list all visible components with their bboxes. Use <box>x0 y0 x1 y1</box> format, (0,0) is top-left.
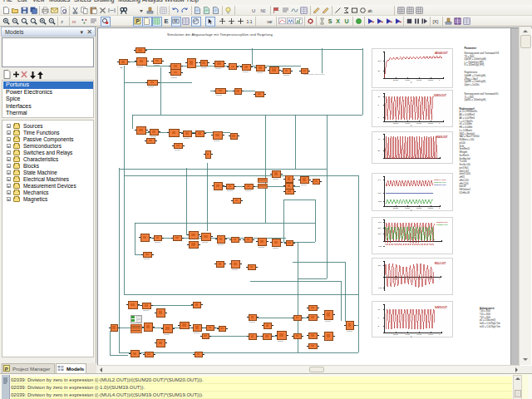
svg-text:600: 600 <box>378 192 382 195</box>
svg-text:~: ~ <box>121 65 123 70</box>
svg-text:1:1: 1:1 <box>247 19 253 24</box>
svg-text:k4m1.007: k4m1.007 <box>460 170 470 173</box>
svg-text:200m: 200m <box>393 122 398 125</box>
svg-text:400: 400 <box>378 221 382 224</box>
svg-text:600m: 600m <box>416 278 421 280</box>
svg-text:100: 100 <box>378 233 382 235</box>
svg-text:Parameter: Parameter <box>465 47 478 50</box>
svg-text:TLe320: TLe320 <box>460 160 468 163</box>
svg-text:800m: 800m <box>428 333 433 336</box>
svg-text:var: var <box>267 20 273 24</box>
svg-text:TK = 300l: TK = 300l <box>465 55 475 58</box>
svg-text:L = 0.7/4m3/s: L = 0.7/4m3/s <box>460 120 474 123</box>
svg-text:ZyklRK = 2.0ml/s(pN): ZyklRK = 2.0ml/s(pN) <box>465 80 486 83</box>
svg-text:200m: 200m <box>393 207 398 209</box>
svg-text:I/ZvHla.08: I/ZvHla.08 <box>460 191 470 195</box>
svg-text:600m: 600m <box>416 122 421 125</box>
svg-text:SvSt: SvSt <box>460 145 465 148</box>
svg-text:z: z <box>61 19 63 24</box>
svg-text:AX = 0.0085m3: AX = 0.0085m3 <box>460 113 475 116</box>
svg-text:M: M <box>174 19 177 23</box>
svg-text:SvvRm10: SvvRm10 <box>460 154 470 157</box>
svg-text:k = 0.08bar/s: k = 0.08bar/s <box>460 129 473 132</box>
svg-text:600m: 600m <box>416 79 421 81</box>
svg-text:uHZ1: uHZ1 <box>460 175 466 179</box>
svg-text:ZyklKL = 100ml/s(pN): ZyklKL = 100ml/s(pN) <box>465 98 486 101</box>
svg-text:800m: 800m <box>428 207 433 209</box>
svg-text:ab: ab <box>367 9 372 13</box>
svg-text:I/HOmilen1: I/HOmilen1 <box>460 188 471 191</box>
svg-text:R = 320ml/s(p) (PK): R = 320ml/s(p) (PK) <box>465 63 485 66</box>
svg-text:L = 700ml/s(p) (PK): L = 700ml/s(p) (PK) <box>465 61 484 64</box>
svg-text:HK = 0.008m: HK = 0.008m <box>460 126 474 129</box>
svg-text:SUMm,k = 100: SUMm,k = 100 <box>460 138 475 141</box>
svg-text:ZyklVK = 100ml/s(pN): ZyklVK = 100ml/s(pN) <box>465 57 486 61</box>
svg-text:m41 = 1.007kg/s*0m: m41 = 1.007kg/s*0m <box>480 325 500 328</box>
svg-text:E: E <box>164 17 168 25</box>
svg-text:800m: 800m <box>428 79 433 81</box>
svg-text:Simulation der Abgasanlage mit: Simulation der Abgasanlage mit Temperatu… <box>167 32 273 37</box>
svg-text:[X]: [X] <box>432 19 438 24</box>
svg-text:SvmRm10: SvmRm10 <box>460 147 470 150</box>
svg-text:bvb.08: bvb.08 <box>460 185 467 188</box>
svg-text:P: P <box>136 18 140 24</box>
svg-text:200m: 200m <box>393 333 398 336</box>
svg-text:MAX4.OUT: MAX4.OUT <box>436 135 448 139</box>
svg-text:-200: -200 <box>378 200 382 203</box>
svg-text:wheel/engine speed ratio: wheel/engine speed ratio <box>303 73 325 75</box>
svg-text:vHvC100: vHvC100 <box>460 182 470 185</box>
svg-text:600m: 600m <box>416 207 421 209</box>
svg-text:U: U <box>345 18 349 24</box>
svg-text:ABGAS.OUT: ABGAS.OUT <box>435 52 448 55</box>
svg-text:400m: 400m <box>405 122 410 125</box>
svg-text:ahm3.1005: ahm3.1005 <box>460 172 471 175</box>
svg-text:400m: 400m <box>405 333 410 336</box>
svg-text:pv100: pv100 <box>460 141 466 145</box>
svg-text:X: X <box>336 18 340 24</box>
svg-text:400m: 400m <box>405 79 410 81</box>
svg-text:SUM20.OUT: SUM20.OUT <box>436 224 448 226</box>
svg-text:P: P <box>5 367 8 372</box>
svg-text:SUM19.OUT: SUM19.OUT <box>435 306 447 309</box>
svg-text:ZyklHK = 2.0ml/s(pN): ZyklHK = 2.0ml/s(pN) <box>465 74 486 77</box>
svg-text:TL = 300l: TL = 300l <box>465 96 475 99</box>
svg-text:pvr3.9la5: pvr3.9la5 <box>460 166 470 170</box>
svg-text:Zykel = 1e20l/s: Zykel = 1e20l/s <box>465 83 480 86</box>
svg-text:U: U <box>252 8 255 13</box>
svg-text:SRegml: SRegml <box>460 150 468 154</box>
svg-text:S: S <box>328 18 332 24</box>
svg-text:T40 = 300l: T40 = 300l <box>480 309 490 313</box>
svg-text:300: 300 <box>378 227 382 229</box>
svg-text:100: 100 <box>378 60 382 62</box>
svg-text:nHvC220: nHvC220 <box>460 179 470 182</box>
svg-text:VAZ = 9bar/774/500: VAZ = 9bar/774/500 <box>460 135 480 138</box>
svg-text:T42 = 300l: T42 = 300l <box>480 316 490 319</box>
svg-text:T41 = 300l: T41 = 300l <box>480 313 490 316</box>
svg-text:Nennspg.werte und Trennwand VK: Nennspg.werte und Trennwand VK <box>465 52 500 55</box>
svg-text:SUM16.OUT: SUM16.OUT <box>434 94 446 97</box>
svg-text:100: 100 <box>378 264 382 267</box>
svg-text:Regelstrecke: Regelstrecke <box>465 71 478 74</box>
svg-text:ZReg = 2bar/l: ZReg = 2bar/l <box>465 77 479 81</box>
svg-text:pL = 0.99946m3/s: pL = 0.99946m3/s <box>460 110 478 113</box>
svg-text:VNZ = 3bar/m3: VNZ = 3bar/m3 <box>460 132 475 135</box>
svg-text:SvvHm.led: SvvHm.led <box>460 157 470 160</box>
svg-text:INTEG6.OUT: INTEG6.OUT <box>434 184 446 186</box>
svg-text:MUL2.OUT: MUL2.OUT <box>435 262 446 265</box>
svg-text:m: m <box>72 19 76 24</box>
svg-text:p0 = 2.0bar(m3): p0 = 2.0bar(m3) <box>480 318 495 322</box>
svg-text:-100: -100 <box>378 287 382 289</box>
svg-text:N0: N0 <box>261 9 266 13</box>
svg-text:-100: -100 <box>378 245 382 248</box>
svg-text:600m: 600m <box>416 333 421 336</box>
svg-text:400m: 400m <box>405 207 410 209</box>
svg-text:m40 = 1.007kg/s*0m: m40 = 1.007kg/s*0m <box>480 322 500 325</box>
svg-text:200m: 200m <box>393 79 398 81</box>
svg-text:800m: 800m <box>428 122 433 125</box>
svg-text:Anfangswerte: Anfangswerte <box>480 307 495 310</box>
svg-text:Nennspg.werte und Trennwand KL: Nennspg.werte und Trennwand KL <box>465 92 500 96</box>
svg-text:Reglerentwurf: Reglerentwurf <box>460 107 475 111</box>
svg-text:AK = 0.0078m3: AK = 0.0078m3 <box>460 116 475 120</box>
svg-text:vK = 0.008m: vK = 0.008m <box>460 122 473 126</box>
svg-text:SvvGa.100: SvvGa.100 <box>460 163 471 166</box>
